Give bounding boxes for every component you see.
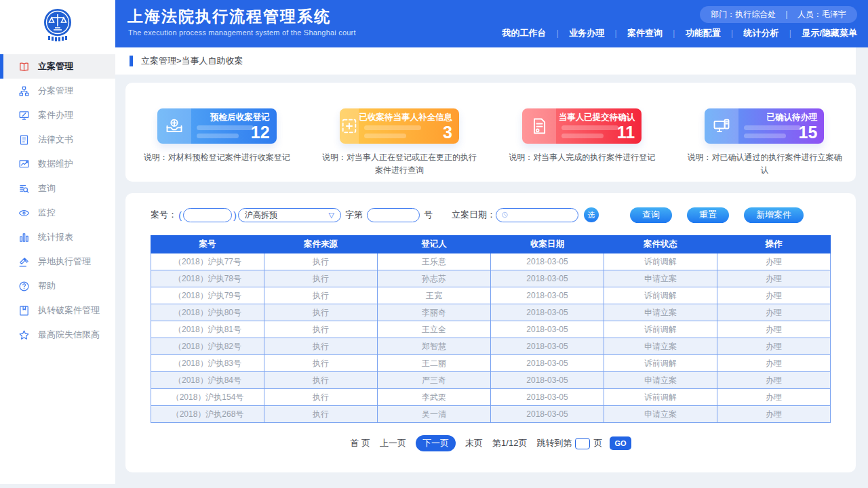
cell-date: 2018-03-05: [491, 304, 604, 321]
filing-date-input[interactable]: [511, 210, 572, 220]
cell-case_no: （2018）沪执83号: [151, 355, 264, 372]
page-next-button[interactable]: 下一页: [416, 435, 456, 451]
cell-registrar: 孙志苏: [378, 270, 491, 287]
nav-item-我的工作台[interactable]: 我的工作台: [502, 27, 547, 39]
stat-card[interactable]: 当事人已提交待确认11: [522, 108, 642, 144]
sidebar-item-label: 最高院失信限高: [38, 329, 100, 341]
stat-block: 当事人已提交待确认11说明：对当事人完成的执行案件进行登记: [491, 83, 673, 182]
nav-item-业务办理[interactable]: 业务办理: [569, 27, 604, 39]
go-button[interactable]: GO: [610, 436, 631, 450]
decor-bar: [561, 125, 618, 130]
page-prev-link[interactable]: 上一页: [380, 437, 406, 449]
filing-date-field[interactable]: [496, 208, 578, 222]
stat-note: 说明：对当事人正在登记或正在更正的执行案件进行查询: [321, 151, 477, 176]
sidebar-item-执转破案件管理[interactable]: 执转破案件管理: [0, 298, 115, 323]
cell-registrar: 李武栗: [378, 389, 491, 406]
court-emblem-logo: [0, 0, 115, 47]
cell-action[interactable]: 办理: [717, 406, 831, 423]
filter-button-新增案件[interactable]: 新增案件: [744, 207, 804, 223]
cell-case_no: （2018）沪执80号: [151, 304, 264, 321]
stat-card[interactable]: 预检后收案登记12: [157, 108, 277, 144]
cell-status: 诉前调解: [604, 389, 717, 406]
case-year-input[interactable]: [183, 208, 232, 222]
sidebar-item-立案管理[interactable]: 立案管理: [0, 54, 115, 79]
app-header: 上海法院执行流程管理系统 The execution process manag…: [115, 0, 868, 47]
cell-action[interactable]: 办理: [717, 287, 831, 304]
table-row: （2018）沪执83号执行王二丽2018-03-05诉前调解办理: [151, 355, 831, 372]
column-header-案号: 案号: [151, 236, 264, 253]
sidebar-item-异地执行管理[interactable]: 异地执行管理: [0, 249, 115, 274]
cell-status: 诉前调解: [604, 355, 717, 372]
cell-source: 执行: [264, 372, 378, 389]
column-header-案件来源: 案件来源: [264, 236, 378, 253]
sidebar-item-统计报表[interactable]: 统计报表: [0, 225, 115, 249]
question-icon: [18, 280, 30, 292]
decor-bar: [561, 134, 604, 138]
cell-action[interactable]: 办理: [717, 270, 831, 287]
stat-note: 说明：对材料预检登记案件进行收案登记: [139, 151, 295, 164]
table-body: （2018）沪执77号执行王乐意2018-03-05诉前调解办理（2018）沪执…: [151, 253, 831, 423]
cell-action[interactable]: 办理: [717, 338, 831, 355]
cell-action[interactable]: 办理: [717, 304, 831, 321]
cell-status: 申请立案: [604, 406, 717, 423]
table-row: （2018）沪执80号执行李丽奇2018-03-05申请立案办理: [151, 304, 831, 321]
jump-page-input[interactable]: [575, 438, 590, 449]
sidebar-item-label: 统计报表: [38, 231, 73, 243]
sidebar-item-查询[interactable]: 查询: [0, 176, 115, 201]
date-pick-button[interactable]: 选: [584, 207, 599, 222]
cell-source: 执行: [264, 287, 378, 304]
sidebar-item-label: 执转破案件管理: [38, 304, 100, 317]
stat-title: 已确认待办理: [738, 112, 817, 123]
nav-item-功能配置[interactable]: 功能配置: [686, 27, 721, 39]
data-chart-icon: [18, 158, 30, 170]
column-header-案件状态: 案件状态: [604, 236, 717, 253]
nav-separator: ｜: [612, 28, 620, 39]
sidebar-item-分案管理[interactable]: 分案管理: [0, 79, 115, 103]
nav-item-显示/隐藏菜单[interactable]: 显示/隐藏菜单: [802, 27, 857, 39]
cell-status: 诉前调解: [604, 287, 717, 304]
sidebar-item-法律文书[interactable]: 法律文书: [0, 127, 115, 152]
decor-bar: [197, 125, 254, 130]
column-header-登记人: 登记人: [378, 236, 491, 253]
cell-status: 诉前调解: [604, 253, 717, 270]
table-row: （2018）沪执77号执行王乐意2018-03-05诉前调解办理: [151, 253, 831, 270]
chevron-down-icon: ▽: [329, 211, 334, 220]
cell-date: 2018-03-05: [491, 253, 604, 270]
decor-bar: [197, 134, 239, 138]
paren-close: ): [233, 209, 237, 221]
cell-action[interactable]: 办理: [717, 355, 831, 372]
stat-block: 已收案待当事人补全信息3说明：对当事人正在登记或正在更正的执行案件进行查询: [308, 83, 490, 182]
sidebar-item-帮助[interactable]: 帮助: [0, 274, 115, 298]
filter-button-查询[interactable]: 查询: [630, 207, 672, 223]
stat-card[interactable]: 已确认待办理15: [705, 108, 824, 144]
cell-source: 执行: [264, 270, 378, 287]
case-list-panel: 案号： ( ) 沪高拆预 ▽ 字第 号 立案日期： 选 查询重置新增案件 案号案…: [125, 193, 856, 472]
sidebar-item-数据维护[interactable]: 数据维护: [0, 152, 115, 176]
page-first-link[interactable]: 首 页: [350, 437, 370, 449]
decor-bar: [744, 125, 801, 130]
stat-card[interactable]: 已收案待当事人补全信息3: [340, 108, 459, 144]
cell-action[interactable]: 办理: [717, 253, 831, 270]
decor-bar: [364, 134, 406, 138]
nav-item-统计分析[interactable]: 统计分析: [744, 27, 779, 39]
stat-card-body: 已确认待办理15: [738, 108, 824, 144]
case-type-select[interactable]: 沪高拆预 ▽: [238, 208, 341, 222]
sidebar-item-案件办理[interactable]: 案件办理: [0, 103, 115, 127]
app-subtitle: The execution process management system …: [128, 28, 356, 37]
table-row: （2018）沪执154号执行李武栗2018-03-05诉前调解办理: [151, 389, 831, 406]
cell-source: 执行: [264, 355, 378, 372]
stat-block: 预检后收案登记12说明：对材料预检登记案件进行收案登记: [125, 83, 308, 182]
filter-button-重置[interactable]: 重置: [687, 207, 729, 223]
sidebar-item-最高院失信限高[interactable]: 最高院失信限高: [0, 323, 115, 347]
cell-action[interactable]: 办理: [717, 321, 831, 338]
pagination: 首 页 上一页 下一页 末页 第1/12页 跳转到第 页 GO: [125, 435, 856, 451]
case-number-input[interactable]: [367, 208, 420, 222]
sidebar-item-监控[interactable]: 监控: [0, 201, 115, 225]
page-last-link[interactable]: 末页: [465, 437, 483, 449]
cell-action[interactable]: 办理: [717, 389, 831, 406]
column-header-操作: 操作: [717, 236, 831, 253]
nav-item-案件查询[interactable]: 案件查询: [627, 27, 663, 39]
cell-action[interactable]: 办理: [717, 372, 831, 389]
sidebar-item-label: 法律文书: [38, 134, 73, 146]
jump-suffix-label: 页: [593, 437, 602, 449]
